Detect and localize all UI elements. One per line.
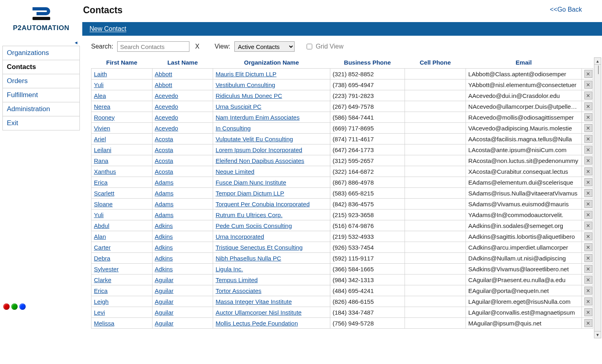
col-business-phone[interactable]: Business Phone bbox=[330, 57, 405, 69]
last-name-link[interactable]: Adams bbox=[155, 190, 174, 197]
delete-row-button[interactable]: ✕ bbox=[584, 254, 592, 262]
first-name-link[interactable]: Debra bbox=[94, 255, 110, 262]
last-name-link[interactable]: Acevedo bbox=[155, 92, 178, 99]
delete-row-button[interactable]: ✕ bbox=[584, 113, 592, 121]
org-link[interactable]: Pede Cum Sociis Consulting bbox=[216, 222, 292, 229]
last-name-link[interactable]: Abbott bbox=[155, 71, 172, 77]
first-name-link[interactable]: Rana bbox=[94, 157, 108, 164]
last-name-link[interactable]: Aguilar bbox=[155, 298, 174, 305]
delete-row-button[interactable]: ✕ bbox=[584, 308, 592, 316]
delete-row-button[interactable]: ✕ bbox=[584, 287, 592, 295]
last-name-link[interactable]: Adams bbox=[155, 179, 174, 186]
delete-row-button[interactable]: ✕ bbox=[584, 265, 592, 273]
view-select[interactable]: Active Contacts bbox=[234, 41, 295, 52]
first-name-link[interactable]: Rooney bbox=[94, 114, 115, 121]
first-name-link[interactable]: Xanthus bbox=[94, 168, 116, 175]
last-name-link[interactable]: Acosta bbox=[155, 136, 173, 142]
first-name-link[interactable]: Yuli bbox=[94, 81, 104, 88]
delete-row-button[interactable]: ✕ bbox=[584, 70, 592, 78]
delete-row-button[interactable]: ✕ bbox=[584, 243, 592, 251]
last-name-link[interactable]: Adkins bbox=[155, 222, 173, 229]
org-link[interactable]: Fusce Diam Nunc Institute bbox=[216, 179, 286, 186]
delete-row-button[interactable]: ✕ bbox=[584, 189, 592, 197]
org-link[interactable]: Tempus Limited bbox=[216, 277, 258, 283]
delete-row-button[interactable]: ✕ bbox=[584, 102, 592, 110]
first-name-link[interactable]: Melissa bbox=[94, 320, 114, 327]
first-name-link[interactable]: Sloane bbox=[94, 201, 113, 207]
org-link[interactable]: Nam Interdum Enim Associates bbox=[216, 114, 299, 121]
first-name-link[interactable]: Erica bbox=[94, 287, 108, 294]
last-name-link[interactable]: Adkins bbox=[155, 266, 173, 272]
go-back-link[interactable]: <<Go Back bbox=[550, 6, 582, 13]
last-name-link[interactable]: Acosta bbox=[155, 168, 173, 175]
delete-row-button[interactable]: ✕ bbox=[584, 157, 592, 165]
scroll-thumb[interactable] bbox=[598, 65, 599, 74]
org-link[interactable]: Nibh Phasellus Nulla PC bbox=[216, 255, 281, 262]
org-link[interactable]: Auctor Ullamcorper Nisl Institute bbox=[216, 309, 301, 316]
delete-row-button[interactable]: ✕ bbox=[584, 232, 592, 240]
last-name-link[interactable]: Acosta bbox=[155, 157, 173, 164]
search-input[interactable] bbox=[117, 41, 189, 52]
sidebar-item-administration[interactable]: Administration bbox=[2, 102, 80, 116]
first-name-link[interactable]: Alan bbox=[94, 233, 106, 240]
delete-row-button[interactable]: ✕ bbox=[584, 297, 592, 305]
col-cell-phone[interactable]: Cell Phone bbox=[405, 57, 466, 69]
org-link[interactable]: Urna Incorporated bbox=[216, 233, 264, 240]
org-link[interactable]: Ligula Inc. bbox=[216, 266, 243, 272]
last-name-link[interactable]: Acevedo bbox=[155, 114, 178, 121]
delete-row-button[interactable]: ✕ bbox=[584, 81, 592, 89]
delete-row-button[interactable]: ✕ bbox=[584, 167, 592, 175]
org-link[interactable]: Tempor Diam Dictum LLP bbox=[216, 190, 284, 197]
first-name-link[interactable]: Clarke bbox=[94, 277, 111, 283]
first-name-link[interactable]: Yuli bbox=[94, 211, 104, 218]
sidebar-item-contacts[interactable]: Contacts bbox=[2, 60, 80, 74]
org-link[interactable]: Neque Limited bbox=[216, 168, 254, 175]
org-link[interactable]: Tristique Senectus Et Consulting bbox=[216, 244, 303, 251]
org-link[interactable]: Mauris Elit Dictum LLP bbox=[216, 71, 277, 77]
org-link[interactable]: Eleifend Non Dapibus Associates bbox=[216, 157, 304, 164]
org-link[interactable]: Rutrum Eu Ultrices Corp. bbox=[216, 211, 283, 218]
col-org-name[interactable]: Organization Name bbox=[213, 57, 330, 69]
last-name-link[interactable]: Abbott bbox=[155, 81, 172, 88]
first-name-link[interactable]: Abdul bbox=[94, 222, 109, 229]
delete-row-button[interactable]: ✕ bbox=[584, 276, 592, 284]
org-link[interactable]: Torquent Per Conubia Incorporated bbox=[216, 201, 309, 207]
col-first-name[interactable]: First Name bbox=[92, 57, 153, 69]
org-link[interactable]: Vestibulum Consulting bbox=[216, 81, 275, 88]
delete-row-button[interactable]: ✕ bbox=[584, 146, 592, 154]
status-dot-blue[interactable] bbox=[19, 303, 26, 310]
col-last-name[interactable]: Last Name bbox=[152, 57, 213, 69]
new-contact-link[interactable]: New Contact bbox=[89, 25, 126, 32]
status-dot-red[interactable] bbox=[3, 303, 10, 310]
sidebar-item-exit[interactable]: Exit bbox=[2, 116, 80, 130]
first-name-link[interactable]: Levi bbox=[94, 309, 105, 316]
last-name-link[interactable]: Aguilar bbox=[155, 287, 174, 294]
last-name-link[interactable]: Aguilar bbox=[155, 309, 174, 316]
first-name-link[interactable]: Scarlett bbox=[94, 190, 114, 197]
delete-row-button[interactable]: ✕ bbox=[584, 222, 592, 230]
first-name-link[interactable]: Alea bbox=[94, 92, 106, 99]
last-name-link[interactable]: Acosta bbox=[155, 146, 173, 153]
scroll-down-icon[interactable]: ▼ bbox=[594, 331, 601, 338]
delete-row-button[interactable]: ✕ bbox=[584, 211, 592, 219]
first-name-link[interactable]: Vivien bbox=[94, 125, 110, 132]
first-name-link[interactable]: Nerea bbox=[94, 103, 110, 110]
org-link[interactable]: Massa Integer Vitae Institute bbox=[216, 298, 292, 305]
delete-row-button[interactable]: ✕ bbox=[584, 92, 592, 100]
scroll-up-icon[interactable]: ▲ bbox=[594, 58, 601, 65]
first-name-link[interactable]: Laith bbox=[94, 71, 107, 77]
last-name-link[interactable]: Adams bbox=[155, 201, 174, 207]
org-link[interactable]: In Consulting bbox=[216, 125, 251, 132]
first-name-link[interactable]: Erica bbox=[94, 179, 108, 186]
org-link[interactable]: Urna Suscipit PC bbox=[216, 103, 261, 110]
org-link[interactable]: Tortor Associates bbox=[216, 287, 261, 294]
last-name-link[interactable]: Adkins bbox=[155, 255, 173, 262]
clear-search-button[interactable]: X bbox=[193, 43, 201, 50]
col-email[interactable]: Email bbox=[466, 57, 582, 69]
last-name-link[interactable]: Adkins bbox=[155, 233, 173, 240]
first-name-link[interactable]: Leigh bbox=[94, 298, 109, 305]
grid-view-checkbox[interactable] bbox=[307, 44, 312, 49]
org-link[interactable]: Vulputate Velit Eu Consulting bbox=[216, 136, 293, 142]
table-scrollbar[interactable]: ▲ ▼ bbox=[594, 57, 601, 338]
last-name-link[interactable]: Aguilar bbox=[155, 277, 174, 283]
